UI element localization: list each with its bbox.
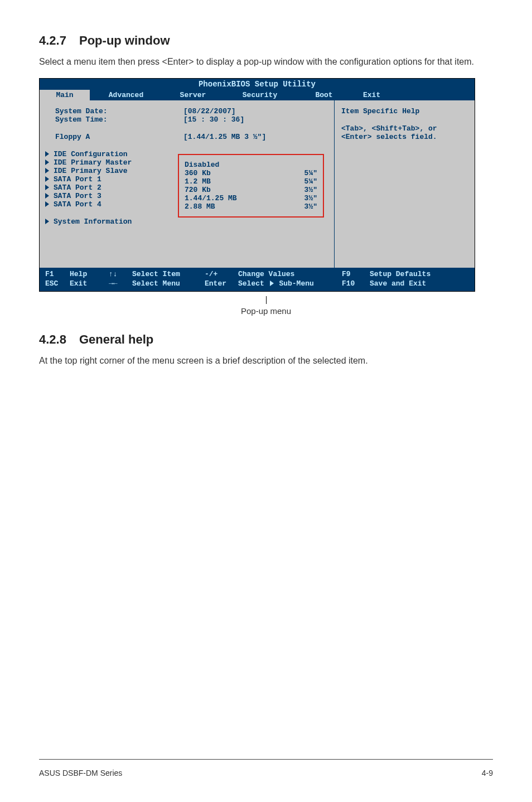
tab-main[interactable]: Main	[40, 90, 90, 100]
system-date-value[interactable]: [08/22/2007]	[183, 107, 328, 115]
submenu-label: SATA Port 1	[54, 175, 101, 183]
footer-esc-action: Exit	[70, 279, 109, 288]
floppy-value[interactable]: [1.44/1.25 MB 3 ½"]	[183, 133, 328, 141]
system-time-value[interactable]: [15 : 30 : 36]	[183, 115, 328, 124]
footer-f1-key: F1	[45, 270, 70, 278]
triangle-icon	[45, 168, 49, 173]
submenu-label: System Information	[54, 218, 132, 226]
bios-tab-bar: Main Advanced Server Security Boot Exit	[40, 90, 475, 100]
footer-select-submenu: Select Sub-Menu	[238, 279, 342, 288]
popup-item-2-88mb[interactable]: 2.88 MB3½"	[185, 202, 317, 211]
triangle-icon	[45, 176, 49, 182]
popup-item-left: 1.2 MB	[185, 177, 211, 186]
popup-item-left: 2.88 MB	[185, 202, 215, 211]
footer-save-exit: Save and Exit	[370, 279, 426, 288]
popup-item-left: 1.44/1.25 MB	[185, 194, 237, 202]
tab-security[interactable]: Security	[224, 90, 296, 100]
popup-item-left: Disabled	[185, 161, 219, 169]
popup-item-left: 360 Kb	[185, 169, 211, 177]
popup-item-right: 3½"	[304, 202, 317, 211]
floppy-label: Floppy A	[43, 133, 183, 141]
footer-select-item: Select Item	[132, 270, 205, 278]
footer-setup-defaults: Setup Defaults	[370, 270, 431, 278]
triangle-icon	[270, 281, 274, 286]
submenu-label: IDE Primary Master	[54, 158, 132, 167]
submenu-label: SATA Port 2	[54, 183, 101, 192]
footer-arrows-lr: →←	[109, 279, 132, 288]
submenu-label: IDE Primary Slave	[54, 167, 128, 175]
general-help-description: At the top right corner of the menu scre…	[39, 355, 493, 367]
system-date-label: System Date:	[43, 107, 183, 115]
triangle-icon	[45, 151, 49, 157]
bios-screenshot: PhoenixBIOS Setup Utility Main Advanced …	[39, 78, 475, 292]
bios-footer: F1 Help ↑↓ Select Item -/+ Change Values…	[40, 268, 475, 291]
heading-popup-window: 4.2.7Pop-up window	[39, 33, 493, 48]
system-time-label: System Time:	[43, 115, 183, 124]
footer-product: ASUS DSBF-DM Series	[39, 769, 122, 777]
triangle-icon	[45, 160, 49, 165]
heading-num: 4.2.7	[39, 33, 79, 48]
submenu-label: IDE Configuration	[54, 150, 128, 158]
bios-help-panel: Item Specific Help <Tab>, <Shift+Tab>, o…	[334, 100, 475, 268]
popup-item-1-2mb[interactable]: 1.2 MB5¼"	[185, 177, 317, 186]
footer-arrows-ud: ↑↓	[109, 270, 132, 278]
tab-boot[interactable]: Boot	[296, 90, 352, 100]
footer-enter: Enter	[205, 279, 238, 288]
heading-general-help: 4.2.8General help	[39, 332, 493, 347]
footer-f10-key: F10	[342, 279, 370, 288]
bios-title: PhoenixBIOS Setup Utility	[40, 79, 475, 90]
popup-item-right: 3½"	[304, 194, 317, 202]
triangle-icon	[45, 201, 49, 207]
footer-f9-key: F9	[342, 270, 370, 278]
footer-page-number: 4-9	[482, 769, 493, 777]
submenu-label: SATA Port 4	[54, 200, 101, 209]
triangle-icon	[45, 193, 49, 199]
heading-text: Pop-up window	[79, 33, 170, 47]
tab-exit[interactable]: Exit	[352, 90, 475, 100]
footer-plusminus: -/+	[205, 270, 238, 278]
triangle-icon	[45, 219, 49, 224]
heading-num: 4.2.8	[39, 332, 79, 347]
popup-item-left: 720 Kb	[185, 186, 211, 194]
popup-item-right: 3½"	[304, 186, 317, 194]
tab-advanced[interactable]: Advanced	[90, 90, 162, 100]
popup-item-360kb[interactable]: 360 Kb5¼"	[185, 169, 317, 177]
floppy-popup-menu: Disabled 360 Kb5¼" 1.2 MB5¼" 720 Kb3½" 1…	[178, 154, 324, 218]
popup-item-right: 5¼"	[304, 177, 317, 186]
bios-left-panel: System Date: [08/22/2007] System Time: […	[40, 100, 334, 268]
popup-item-1-44mb[interactable]: 1.44/1.25 MB3½"	[185, 194, 317, 202]
submenu-system-information[interactable]: System Information	[43, 218, 328, 226]
popup-item-720kb[interactable]: 720 Kb3½"	[185, 186, 317, 194]
footer-change-values: Change Values	[238, 270, 342, 278]
popup-item-disabled[interactable]: Disabled	[185, 161, 317, 169]
footer-f1-action: Help	[70, 270, 109, 278]
popup-description: Select a menu item then press <Enter> to…	[39, 56, 493, 68]
footer-esc-key: ESC	[45, 279, 70, 288]
triangle-icon	[45, 185, 49, 190]
submenu-label: SATA Port 3	[54, 192, 101, 200]
page-footer: ASUS DSBF-DM Series 4-9	[39, 759, 493, 777]
tab-server[interactable]: Server	[162, 90, 224, 100]
heading-text: General help	[79, 332, 153, 346]
help-title: Item Specific Help	[341, 107, 468, 115]
figure-caption: Pop-up menu	[39, 306, 493, 316]
popup-item-right: 5¼"	[304, 169, 317, 177]
help-text: <Tab>, <Shift+Tab>, or <Enter> selects f…	[341, 124, 468, 141]
footer-select-menu: Select Menu	[132, 279, 205, 288]
